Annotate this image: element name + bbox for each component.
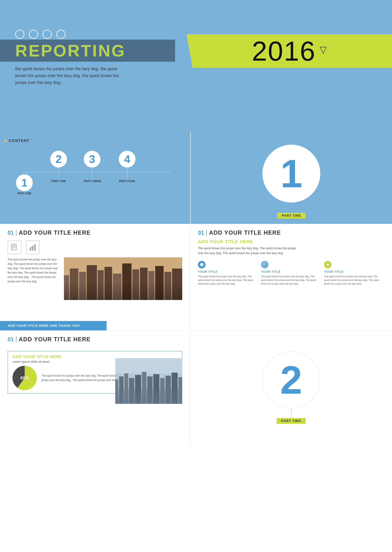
reporting-title: REPORTING <box>0 42 126 59</box>
slide-row3: 01 ADD YOUR TITLE HERE ADD YOUR TITLE HE… <box>0 330 392 444</box>
part-one-circle: 1 <box>262 145 320 203</box>
svg-rect-15 <box>98 270 104 300</box>
circle-4 <box>56 30 65 39</box>
city-photo-container <box>64 257 182 300</box>
feature-list: 🕐 YOUR TITLE The quick brown fox jumps o… <box>190 259 392 287</box>
svg-rect-18 <box>122 263 132 300</box>
timeline-slide: CONTENT 1 PART ONE 2 PART TOW <box>0 133 190 224</box>
part-one-slide: 1 PART ONE <box>190 133 392 224</box>
part-two-circle: 2 <box>262 351 320 409</box>
svg-rect-5 <box>30 248 31 251</box>
timeline-item-4: 4 PART FOUR <box>119 151 135 183</box>
feature-title-1: YOUR TITLE <box>198 270 256 274</box>
feature-title-3: YOUR TITLE <box>324 270 382 274</box>
section-title-4: ADD YOUR TITLE HERE <box>209 229 281 236</box>
year-text: 2016 <box>252 35 316 67</box>
description-text: the quick brown fox jumps over the lazy … <box>15 65 122 86</box>
circle-group <box>15 30 65 39</box>
svg-rect-16 <box>105 267 112 300</box>
pie-label: 60% <box>21 375 29 380</box>
tl-circle-4: 4 <box>119 151 135 168</box>
svg-rect-11 <box>64 275 69 300</box>
part-one-badge: PART ONE <box>277 213 306 219</box>
part-two-badge: PART TWO <box>277 418 306 424</box>
section-header-3: 01 ADD YOUR TITLE HERE <box>0 224 190 239</box>
icon-chart <box>26 241 40 254</box>
slide1: REPORTING 2016 ▽ the quick brown fox jum… <box>0 0 392 133</box>
slide3-footer: ADD YOUR TITLE HERE AND THANK YOU <box>0 321 106 330</box>
svg-rect-23 <box>164 272 171 300</box>
feature-item-2: 🔍 YOUR TITLE The quick brown fox jumps o… <box>258 261 321 286</box>
tl-label-3: PART THREE <box>84 180 101 183</box>
feature-text-3: The quick brown fox jumps over the lazy … <box>324 275 382 286</box>
feature-item-1: 🕐 YOUR TITLE The quick brown fox jumps o… <box>198 261 258 286</box>
timeline-item-1: 1 PART ONE <box>16 174 33 195</box>
tl-circle-2: 2 <box>50 151 67 168</box>
svg-rect-17 <box>113 274 121 300</box>
feature-text-1: The quick brown fox jumps over the lazy … <box>198 275 256 286</box>
section-title-5: ADD YOUR TITLE HERE <box>19 336 91 343</box>
svg-rect-14 <box>87 265 97 300</box>
svg-rect-19 <box>133 269 139 300</box>
feature-icon-2: 🔍 <box>261 261 269 269</box>
pie-chart: 60% <box>13 366 37 390</box>
section-title-3: ADD YOUR TITLE HERE <box>19 229 91 236</box>
city-photo <box>64 257 182 300</box>
svg-rect-20 <box>140 268 148 300</box>
triangle-icon: ▽ <box>320 44 327 55</box>
slide-row2: 01 ADD YOUR TITLE HERE <box>0 224 392 330</box>
slide3-body: The quick brown fox jumps over the lazy … <box>0 256 190 302</box>
svg-rect-27 <box>115 389 182 404</box>
svg-rect-40 <box>115 358 182 404</box>
icon-group <box>0 239 190 256</box>
svg-rect-21 <box>148 271 154 300</box>
tl-label-1: PART ONE <box>16 192 33 195</box>
svg-marker-8 <box>35 244 36 245</box>
section-header-4: 01 ADD YOUR TITLE HERE <box>190 224 392 239</box>
part-two-number: 2 <box>280 360 302 400</box>
arrow-icon <box>5 139 7 142</box>
slide4-subtitle: ADD YOUR TITLE HERE <box>190 239 392 246</box>
tl-circle-3: 3 <box>84 151 100 168</box>
slide4: 01 ADD YOUR TITLE HERE ADD YOUR TITLE HE… <box>190 224 392 330</box>
svg-rect-7 <box>34 246 36 251</box>
svg-rect-13 <box>79 272 86 300</box>
feature-text-2: The quick brown fox jumps over the lazy … <box>261 275 319 286</box>
tl-circle-1: 1 <box>16 174 33 191</box>
slide2: CONTENT 1 PART ONE 2 PART TOW <box>0 133 392 224</box>
timeline: 1 PART ONE 2 PART TOW 3 PART THREE <box>9 142 177 218</box>
svg-rect-6 <box>32 247 34 251</box>
svg-rect-22 <box>155 266 164 300</box>
tl-label-2: PART TOW <box>50 180 67 183</box>
slide5: 01 ADD YOUR TITLE HERE ADD YOUR TITLE HE… <box>0 330 190 444</box>
feature-title-2: YOUR TITLE <box>261 270 319 274</box>
svg-rect-24 <box>172 269 182 300</box>
svg-rect-12 <box>70 269 78 300</box>
icon-document <box>8 241 21 254</box>
circle-2 <box>29 30 38 39</box>
section-num-4: 01 <box>198 230 204 236</box>
slide3-text: The quick brown fox jumps over the lazy … <box>8 257 59 300</box>
timeline-item-3: 3 PART THREE <box>84 151 101 183</box>
circle-3 <box>43 30 52 39</box>
circle-1 <box>15 30 24 39</box>
slide4-desc: The quick brown fox jumps over the lazy … <box>190 246 304 259</box>
section-header-5: 01 ADD YOUR TITLE HERE <box>0 331 190 346</box>
svg-rect-0 <box>11 244 16 250</box>
feature-item-3: 📋 YOUR TITLE The quick brown fox jumps o… <box>321 261 384 286</box>
divider-3 <box>16 230 16 236</box>
feature-icon-1: 🕐 <box>198 261 205 269</box>
section-num-5: 01 <box>8 336 14 343</box>
year-block: 2016 ▽ <box>187 34 392 68</box>
city-photo2 <box>115 358 182 404</box>
title-banner: REPORTING <box>0 40 175 62</box>
feature-icon-3: 📋 <box>324 261 332 269</box>
tl-label-4: PART FOUR <box>119 180 135 183</box>
divider-5 <box>16 336 16 342</box>
slide6: 2 PART TWO <box>190 330 392 444</box>
divider-4 <box>206 230 207 236</box>
part-one-number: 1 <box>280 154 302 193</box>
section-num-3: 01 <box>8 230 14 236</box>
slide3: 01 ADD YOUR TITLE HERE <box>0 224 190 330</box>
timeline-item-2: 2 PART TOW <box>50 151 67 183</box>
